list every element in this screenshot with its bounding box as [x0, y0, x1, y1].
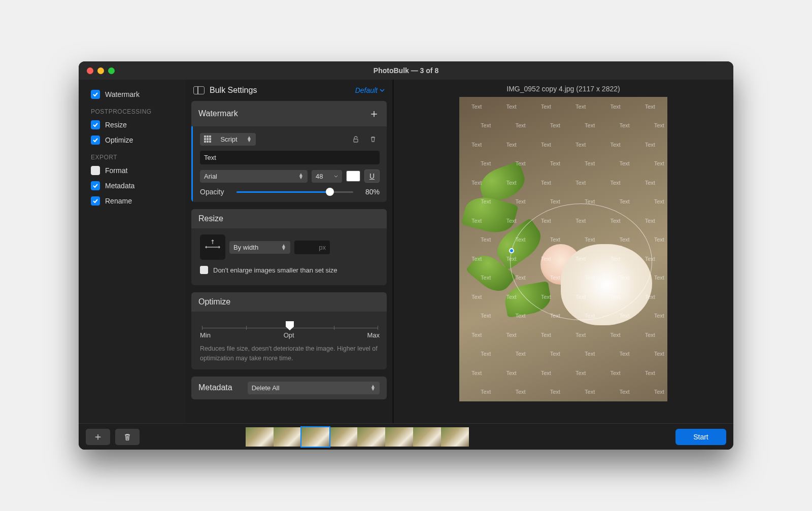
resize-mode-select[interactable]: By width ▲▼: [229, 241, 290, 254]
sidebar-label: Rename: [105, 197, 132, 205]
titlebar: PhotoBulk — 3 of 8: [79, 61, 733, 80]
unlock-icon[interactable]: [349, 132, 362, 146]
sidebar-label: Watermark: [105, 90, 140, 98]
sidebar-label: Metadata: [105, 182, 134, 190]
app-window: PhotoBulk — 3 of 8 Watermark POSTPROCESS…: [79, 61, 733, 450]
thumbnail[interactable]: [385, 427, 413, 447]
section-title: Metadata: [198, 383, 232, 392]
sidebar-group-postprocessing: POSTPROCESSING: [91, 108, 179, 115]
sidebar-item-optimize[interactable]: Optimize: [85, 132, 179, 148]
preview-filename: IMG_0952 copy 4.jpg (2117 x 2822): [506, 85, 620, 93]
watermark-type-select[interactable]: Script ▲▼: [200, 133, 256, 146]
opacity-label: Opacity: [200, 188, 230, 196]
panel-layout-icon[interactable]: [193, 86, 205, 94]
chevron-down-icon: [380, 89, 385, 92]
watermark-text-overlay: TextTextTextTextTextTextTextTextTextText…: [459, 97, 667, 401]
opacity-value: 80%: [359, 188, 380, 196]
delete-images-button[interactable]: [115, 429, 140, 445]
resize-dimension-icon[interactable]: [200, 234, 225, 260]
optimize-note: Reduces file size, doesn't deteriorate t…: [200, 344, 380, 363]
maximize-window-button[interactable]: [108, 67, 115, 74]
sidebar-item-resize[interactable]: Resize: [85, 117, 179, 132]
window-title: PhotoBulk — 3 of 8: [79, 66, 733, 75]
start-button[interactable]: Start: [675, 429, 726, 445]
sidebar-label: Format: [105, 166, 127, 175]
section-title: Resize: [198, 214, 223, 223]
svg-rect-0: [354, 139, 358, 142]
sidebar-item-rename[interactable]: Rename: [85, 193, 179, 209]
preset-dropdown[interactable]: Default: [355, 86, 385, 94]
footer: ＋ Start: [79, 423, 733, 450]
sidebar: Watermark POSTPROCESSING Resize Optimize…: [79, 80, 185, 423]
thumbnail[interactable]: [357, 427, 385, 447]
sidebar-label: Optimize: [105, 136, 133, 144]
section-title: Watermark: [198, 109, 238, 118]
section-watermark: Watermark ＋ Script ▲▼: [191, 101, 387, 202]
color-picker[interactable]: [346, 171, 360, 182]
checkbox-icon[interactable]: [91, 166, 100, 175]
optimize-slider[interactable]: [202, 328, 378, 328]
thumbnail[interactable]: [329, 427, 357, 447]
underline-button[interactable]: U: [364, 169, 380, 183]
close-window-button[interactable]: [87, 67, 93, 74]
metadata-mode-select[interactable]: Delete All ▲▼: [248, 382, 380, 394]
preview-image[interactable]: TextTextTextTextTextTextTextTextTextText…: [459, 97, 667, 401]
thumbnail-strip: [246, 427, 469, 447]
grid-pattern-icon: [204, 135, 211, 143]
resize-value-input[interactable]: [294, 241, 330, 254]
trash-icon[interactable]: [366, 132, 380, 146]
checkbox-icon[interactable]: [91, 181, 100, 190]
settings-panel: Bulk Settings Default Watermark ＋: [185, 80, 393, 423]
checkbox-icon[interactable]: [91, 120, 100, 129]
chevron-down-icon: [334, 175, 338, 178]
sidebar-item-watermark[interactable]: Watermark: [85, 87, 179, 102]
checkbox-icon[interactable]: [91, 135, 100, 145]
sidebar-group-export: EXPORT: [91, 154, 179, 161]
sidebar-label: Resize: [105, 121, 127, 129]
thumbnail[interactable]: [246, 427, 274, 447]
font-select[interactable]: Arial ▲▼: [200, 170, 308, 183]
optimize-opt-label: Opt: [284, 331, 294, 339]
noenlarge-label: Don't enlarge images smaller than set si…: [213, 266, 337, 274]
section-resize: Resize By width ▲▼: [191, 209, 387, 285]
sidebar-item-format[interactable]: Format: [85, 163, 179, 178]
thumbnail-selected[interactable]: [301, 427, 329, 447]
section-title: Optimize: [198, 297, 230, 306]
thumbnail[interactable]: [441, 427, 469, 447]
slider-thumb[interactable]: [326, 188, 334, 196]
noenlarge-checkbox[interactable]: [200, 266, 208, 274]
thumbnail[interactable]: [413, 427, 441, 447]
optimize-min-label: Min: [200, 331, 211, 339]
add-watermark-button[interactable]: ＋: [368, 106, 380, 121]
add-images-button[interactable]: ＋: [86, 429, 110, 445]
watermark-text-input[interactable]: [200, 151, 380, 164]
slider-thumb[interactable]: [286, 321, 294, 330]
section-optimize: Optimize Min Opt M: [191, 292, 387, 369]
checkbox-icon[interactable]: [91, 196, 100, 206]
settings-title: Bulk Settings: [193, 86, 257, 95]
section-metadata: Metadata Delete All ▲▼: [191, 377, 387, 399]
opacity-slider[interactable]: [236, 191, 353, 193]
thumbnail[interactable]: [274, 427, 301, 447]
sidebar-item-metadata[interactable]: Metadata: [85, 178, 179, 193]
checkbox-icon[interactable]: [91, 90, 100, 99]
font-size-select[interactable]: 48: [312, 170, 342, 183]
minimize-window-button[interactable]: [97, 67, 104, 74]
preview-panel: IMG_0952 copy 4.jpg (2117 x 2822) TextTe…: [393, 80, 733, 423]
optimize-max-label: Max: [367, 331, 380, 339]
